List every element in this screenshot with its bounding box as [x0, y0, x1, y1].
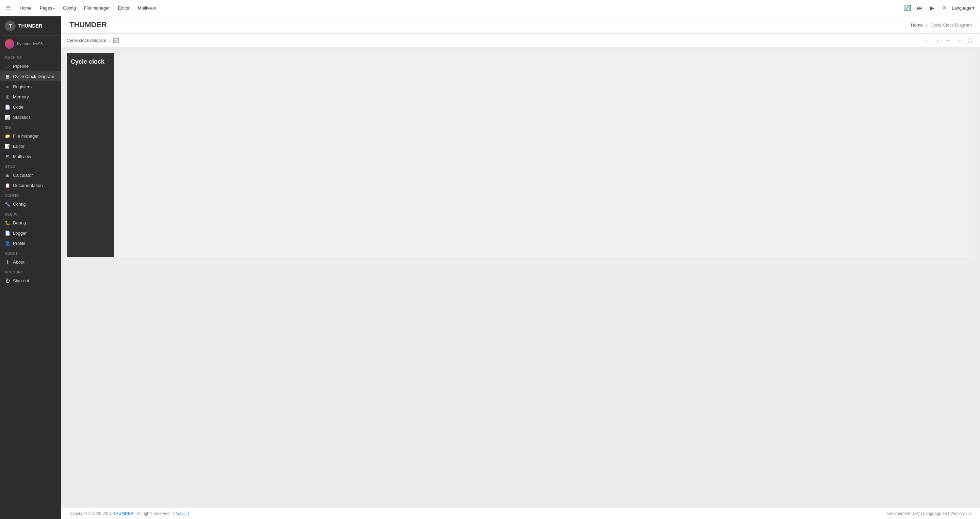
- sidebar-item-config[interactable]: 🔧 Config: [0, 199, 61, 209]
- top-navbar: ☰ Home Pages Config File manager Editor …: [0, 0, 980, 16]
- sidebar-item-cycle-clock-diagram[interactable]: ▦ Cycle Clock Diagram: [0, 71, 61, 81]
- toolbar-right: ↑ ↓ ← → ⛶: [922, 36, 975, 45]
- toolbar-diagram-label: Cycle clock diagram: [67, 38, 106, 43]
- multiview-icon: ⊟: [5, 153, 10, 159]
- diagram-area: Cycle clock: [61, 47, 980, 508]
- footer-copyright: Copyright © 2020-2021: [69, 511, 111, 516]
- breadcrumb-separator: /: [926, 22, 927, 27]
- breadcrumb: Home / Cycle Clock Diagram: [911, 22, 972, 27]
- sidebar-item-statistics-label: Statistics: [13, 115, 30, 120]
- documentation-icon: 📋: [5, 182, 10, 188]
- footer-brand[interactable]: THUMDER: [113, 511, 134, 516]
- debug-badge[interactable]: Debug: [173, 511, 189, 516]
- sidebar-item-code[interactable]: 📄 Code: [0, 102, 61, 112]
- toolbar-expand-icon[interactable]: ⛶: [966, 36, 975, 45]
- toolbar-refresh-icon[interactable]: 🔄: [113, 38, 119, 43]
- editor-icon: 📝: [5, 144, 10, 149]
- skip-icon[interactable]: ⏭: [915, 3, 924, 13]
- footer-left: Copyright © 2020-2021 THUMDER . All righ…: [69, 511, 189, 516]
- play-icon[interactable]: ▶: [927, 3, 937, 13]
- registers-icon: ≡: [5, 84, 10, 89]
- user-label: by nonodev96: [17, 42, 43, 46]
- nav-config[interactable]: Config: [60, 3, 79, 13]
- calculator-icon: ⊞: [5, 172, 10, 178]
- diagram-left-panel: Cycle clock: [67, 53, 115, 257]
- sidebar-item-about[interactable]: ℹ About: [0, 257, 61, 267]
- sidebar-item-config-label: Config: [13, 201, 26, 207]
- section-config-label: Config: [0, 190, 61, 199]
- sidebar-item-memory-label: Memory: [13, 94, 29, 99]
- sidebar-item-logger-label: Logger: [13, 230, 27, 236]
- breadcrumb-current: Cycle Clock Diagram: [931, 22, 972, 27]
- sidebar-item-debug[interactable]: 🐛 Debug: [0, 217, 61, 228]
- brand-logo: T: [5, 21, 16, 31]
- toolbar-right-icon[interactable]: →: [955, 36, 964, 45]
- footer: Copyright © 2020-2021 THUMDER . All righ…: [61, 508, 980, 519]
- statistics-icon: 📊: [5, 115, 10, 120]
- diagram-container: Cycle clock: [67, 53, 975, 257]
- hamburger-icon[interactable]: ☰: [5, 5, 11, 12]
- sidebar-user: by nonodev96: [0, 36, 61, 53]
- sidebar-item-multiview[interactable]: ⊟ Multiview: [0, 151, 61, 161]
- sidebar-item-statistics[interactable]: 📊 Statistics: [0, 112, 61, 122]
- page-title: THUMDER: [69, 21, 107, 29]
- sidebar-item-code-label: Code: [13, 105, 24, 110]
- sidebar-item-pipeline-label: Pipeline: [13, 64, 29, 69]
- sidebar-item-logger[interactable]: 📄 Logger: [0, 228, 61, 238]
- sidebar-item-calculator-label: Calculator: [13, 172, 33, 178]
- sidebar-item-registers[interactable]: ≡ Registers: [0, 81, 61, 92]
- top-right-actions: 🔄 ⏭ ▶ ✕ Language ▾: [903, 3, 975, 13]
- nav-pages[interactable]: Pages: [37, 3, 59, 13]
- toolbar-left-icon[interactable]: ←: [944, 36, 953, 45]
- sidebar-item-file-manager-label: File manager: [13, 134, 39, 139]
- sidebar-item-documentation[interactable]: 📋 Documentation: [0, 180, 61, 190]
- section-account-label: Account: [0, 267, 61, 276]
- logger-icon: 📄: [5, 230, 10, 236]
- sidebar-item-editor[interactable]: 📝 Editor: [0, 141, 61, 151]
- nav-multiview[interactable]: Multiview: [134, 3, 159, 13]
- sidebar-item-calculator[interactable]: ⊞ Calculator: [0, 170, 61, 180]
- sidebar-item-multiview-label: Multiview: [13, 154, 31, 159]
- toolbar-separator: |: [109, 38, 110, 43]
- section-about-label: About: [0, 248, 61, 257]
- language-button[interactable]: Language ▾: [952, 5, 975, 11]
- toolbar-left: Cycle clock diagram | 🔄: [67, 38, 119, 43]
- refresh-icon[interactable]: 🔄: [903, 3, 912, 13]
- sidebar-item-pipeline[interactable]: ▭ Pipeline: [0, 61, 61, 71]
- sidebar-item-memory[interactable]: ⊞ Memory: [0, 92, 61, 102]
- page-toolbar: Cycle clock diagram | 🔄 ↑ ↓ ← → ⛶: [61, 34, 980, 47]
- page-header: THUMDER Home / Cycle Clock Diagram: [61, 16, 980, 34]
- toolbar-up-icon[interactable]: ↑: [922, 36, 931, 45]
- sidebar-item-profile[interactable]: 👤 Profile: [0, 238, 61, 248]
- debug-icon: 🐛: [5, 220, 10, 225]
- footer-right: Environment DEV | Language en | Version …: [888, 511, 972, 516]
- code-icon: 📄: [5, 104, 10, 110]
- section-utils-label: Utils: [0, 161, 61, 170]
- sidebar-item-profile-label: Profile: [13, 241, 25, 246]
- footer-rights: . All rights reserved.: [135, 511, 170, 516]
- nav-links: Home Pages Config File manager Editor Mu…: [16, 3, 900, 13]
- brand-name: THUMDER: [18, 23, 42, 29]
- section-debug-label: DEBUG: [0, 209, 61, 217]
- section-machine-label: Machine: [0, 53, 61, 61]
- sidebar-item-documentation-label: Documentation: [13, 183, 43, 188]
- sidebar-item-sign-out-label: Sign out: [13, 278, 29, 283]
- user-avatar: [5, 39, 14, 49]
- nav-home[interactable]: Home: [16, 3, 35, 13]
- nav-filemanager[interactable]: File manager: [81, 3, 113, 13]
- pipeline-icon: ▭: [5, 63, 10, 69]
- nav-editor[interactable]: Editor: [115, 3, 133, 13]
- breadcrumb-home[interactable]: Home: [911, 22, 923, 27]
- main-content: THUMDER Home / Cycle Clock Diagram Cycle…: [61, 16, 980, 519]
- profile-icon: 👤: [5, 240, 10, 246]
- sidebar-item-file-manager[interactable]: 📁 File manager: [0, 131, 61, 141]
- sidebar-item-sign-out[interactable]: ⏻ Sign out: [0, 276, 61, 286]
- toolbar-down-icon[interactable]: ↓: [933, 36, 942, 45]
- section-ide-label: IDE: [0, 122, 61, 131]
- stop-icon[interactable]: ✕: [940, 3, 949, 13]
- sidebar-item-editor-label: Editor: [13, 144, 24, 149]
- sidebar-item-registers-label: Registers: [13, 84, 32, 89]
- sidebar-brand: T THUMDER: [0, 16, 61, 36]
- about-icon: ℹ: [5, 259, 10, 265]
- sign-out-icon: ⏻: [5, 278, 10, 283]
